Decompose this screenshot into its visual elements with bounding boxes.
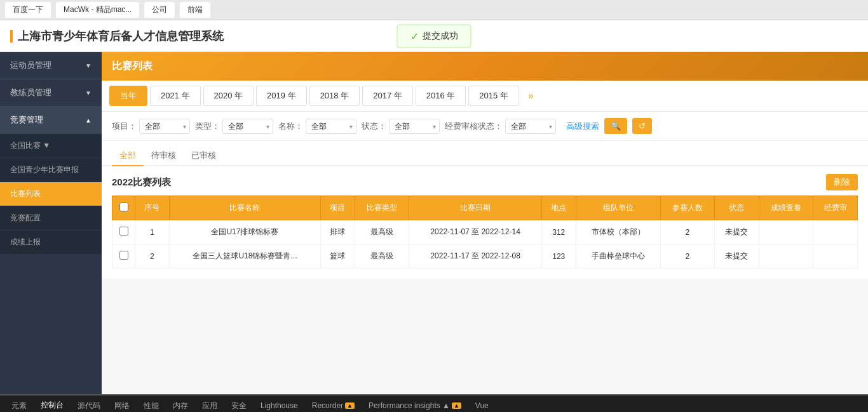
row2-sport: 篮球: [321, 244, 355, 269]
browser-tab-baidu[interactable]: 百度一下: [5, 2, 51, 18]
table-header-score: 成绩查看: [759, 196, 813, 220]
row1-score: [759, 220, 813, 244]
table-header-location: 地点: [541, 196, 576, 220]
sidebar-item-coaches-label: 教练员管理: [10, 87, 51, 98]
sub-tabs: 全部 待审核 已审核: [102, 141, 868, 166]
filter-name-select[interactable]: 全部: [306, 119, 356, 134]
sidebar-sub-item-competition-config[interactable]: 竞赛配置: [0, 206, 102, 230]
table-row: 2 全国三人篮球U18锦标赛暨青... 篮球 最高级 2022-11-17 至 …: [112, 244, 858, 269]
devtools-tab-network[interactable]: 网络: [108, 398, 136, 413]
content-inner: 比赛列表 当年 2021 年 2020 年 2019 年 2018 年 2017…: [102, 52, 868, 279]
year-tab-2018[interactable]: 2018 年: [309, 86, 360, 106]
browser-tab-macwk[interactable]: MacWk - 精品mac...: [56, 2, 139, 18]
sidebar-sub-item-score-report[interactable]: 成绩上报: [0, 230, 102, 255]
row1-status: 未提交: [715, 220, 759, 244]
devtools-tab-performance-insights[interactable]: Performance insights ▲ ▲: [362, 399, 468, 412]
row2-checkbox[interactable]: [119, 251, 128, 260]
sidebar-sub-item-youth-apply[interactable]: 全国青少年比赛申报: [0, 158, 102, 182]
row1-name: 全国U17排球锦标赛: [169, 220, 320, 244]
devtools-tab-performance[interactable]: 性能: [137, 398, 165, 413]
filter-status-wrapper: 全部: [389, 119, 440, 134]
devtools-panel: 元素 控制台 源代码 网络 性能 内存 应用 安全 Lighthouse Rec…: [0, 394, 868, 412]
filter-group-sport: 项目： 全部: [112, 119, 190, 134]
row1-unit: 市体校（本部）: [576, 220, 660, 244]
filter-name-label: 名称：: [278, 121, 303, 132]
devtools-tab-application[interactable]: 应用: [196, 398, 224, 413]
sidebar-sub-item-national[interactable]: 全国比赛 ▼: [0, 134, 102, 158]
devtools-tab-security[interactable]: 安全: [225, 398, 253, 413]
page-title: 比赛列表: [112, 60, 153, 71]
year-tab-2016[interactable]: 2016 年: [416, 86, 466, 106]
sidebar-item-coaches[interactable]: 教练员管理 ▼: [0, 79, 102, 107]
devtools-tab-recorder[interactable]: Recorder ▲: [306, 399, 361, 412]
success-icon: ✓: [410, 30, 419, 42]
table-header-type: 比赛类型: [355, 196, 409, 220]
year-tab-2020[interactable]: 2020 年: [203, 86, 254, 106]
devtools-tab-memory[interactable]: 内存: [166, 398, 194, 413]
filter-status-label: 状态：: [362, 121, 386, 132]
search-button[interactable]: 🔍: [604, 118, 627, 134]
table-title: 2022比赛列表: [112, 176, 171, 189]
sidebar-chevron-competition: ▲: [85, 117, 92, 124]
table-header-date: 比赛日期: [409, 196, 541, 220]
year-tab-2019[interactable]: 2019 年: [256, 86, 307, 106]
filter-type-select[interactable]: 全部: [222, 119, 273, 134]
sidebar-chevron-coaches: ▼: [85, 90, 92, 96]
filter-status-select[interactable]: 全部: [389, 119, 440, 134]
devtools-tab-sources[interactable]: 源代码: [71, 398, 107, 413]
sidebar-sub-youth-apply-label: 全国青少年比赛申报: [10, 165, 79, 174]
year-tab-current[interactable]: 当年: [109, 86, 147, 106]
row1-date: 2022-11-07 至 2022-12-14: [409, 220, 541, 244]
table-row: 1 全国U17排球锦标赛 排球 最高级 2022-11-07 至 2022-12…: [112, 220, 858, 244]
filter-sport-wrapper: 全部: [139, 119, 190, 134]
row2-score: [759, 244, 813, 269]
sidebar-item-competition[interactable]: 竞赛管理 ▲: [0, 107, 102, 134]
filter-sport-select[interactable]: 全部: [139, 119, 190, 134]
year-tab-2015[interactable]: 2015 年: [468, 86, 519, 106]
app-header: 上海市青少年体育后备人才信息管理系统 ✓ 提交成功: [0, 20, 868, 52]
filter-group-name: 名称： 全部: [278, 119, 356, 134]
devtools-tab-vue[interactable]: Vue: [469, 399, 495, 412]
row1-checkbox[interactable]: [119, 227, 128, 236]
filter-group-status: 状态： 全部: [362, 119, 440, 134]
row2-location: 123: [541, 244, 576, 269]
devtools-tabs: 元素 控制台 源代码 网络 性能 内存 应用 安全 Lighthouse Rec…: [0, 395, 868, 412]
sub-tab-reviewed[interactable]: 已审核: [184, 146, 224, 166]
reset-button[interactable]: ↺: [632, 118, 652, 134]
sidebar-chevron-athletes: ▼: [85, 62, 92, 69]
year-tab-2021[interactable]: 2021 年: [150, 86, 201, 106]
browser-tab-company[interactable]: 公司: [144, 2, 175, 18]
devtools-tab-elements[interactable]: 元素: [5, 398, 33, 413]
table-header-unit: 组队单位: [576, 196, 660, 220]
sub-tab-pending[interactable]: 待审核: [144, 146, 184, 166]
data-table: 序号 比赛名称 项目 比赛类型 比赛日期 地点 组队单位 参赛人数 状态 成: [112, 196, 858, 269]
filter-finance-label: 经费审核状态：: [445, 121, 503, 132]
year-tab-2017[interactable]: 2017 年: [362, 86, 413, 106]
sidebar-sub-competition-config-label: 竞赛配置: [10, 213, 41, 222]
delete-button[interactable]: 删除: [826, 174, 858, 190]
advanced-search-button[interactable]: 高级搜索: [566, 121, 599, 132]
filter-group-finance: 经费审核状态： 全部: [445, 119, 556, 134]
sub-tab-all[interactable]: 全部: [112, 146, 144, 166]
devtools-tab-lighthouse[interactable]: Lighthouse: [254, 399, 304, 412]
sidebar-item-athletes-label: 运动员管理: [10, 60, 51, 71]
row2-name: 全国三人篮球U18锦标赛暨青...: [169, 244, 320, 269]
row2-date: 2022-11-17 至 2022-12-08: [409, 244, 541, 269]
sidebar-item-competition-label: 竞赛管理: [10, 114, 43, 126]
sidebar-sub-item-competition-list[interactable]: 比赛列表: [0, 182, 102, 206]
table-header-name: 比赛名称: [169, 196, 320, 220]
filter-sport-label: 项目：: [112, 121, 137, 132]
row2-status: 未提交: [715, 244, 759, 269]
browser-tab-frontend[interactable]: 前端: [180, 2, 210, 18]
table-header-checkbox: [112, 196, 135, 220]
devtools-tab-console[interactable]: 控制台: [34, 397, 70, 413]
sidebar-item-athletes[interactable]: 运动员管理 ▼: [0, 52, 102, 79]
year-tab-more[interactable]: »: [522, 86, 540, 105]
row1-location: 312: [541, 220, 576, 244]
filter-finance-wrapper: 全部: [505, 119, 556, 134]
row2-participants: 2: [660, 244, 714, 269]
select-all-checkbox[interactable]: [119, 203, 128, 211]
app-title: 上海市青少年体育后备人才信息管理系统: [18, 29, 224, 44]
filter-finance-select[interactable]: 全部: [505, 119, 556, 134]
row2-unit: 手曲棒垒球中心: [576, 244, 660, 269]
